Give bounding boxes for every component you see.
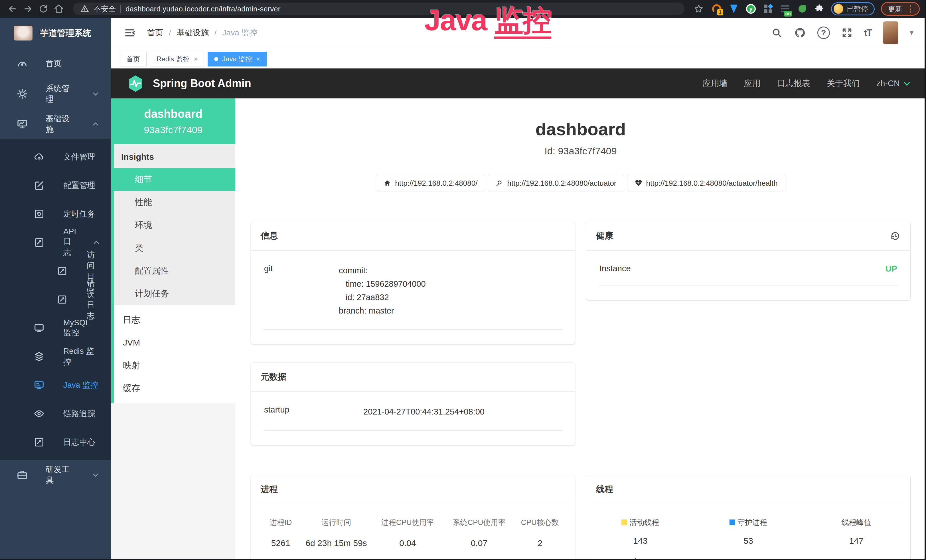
extension-leaf-icon[interactable] [797,3,808,14]
threads-card-title: 线程 [596,484,613,495]
sidebar-item-log-center[interactable]: 日志中心 [0,428,111,456]
system-cpu: 0.07 [445,538,513,548]
history-icon[interactable] [890,230,900,241]
chevron-down-icon [903,79,911,88]
browser-menu-icon[interactable]: ⋮ [906,5,915,13]
infra-submenu: 文件管理 配置管理 定时任务 API 日志 [0,139,111,460]
sba-item-logs[interactable]: 日志 [114,309,235,331]
sba-item-mappings[interactable]: 映射 [114,354,235,377]
sidebar-item-trace[interactable]: 链路追踪 [0,400,111,428]
log-edit-icon [57,266,70,276]
tab-redis-monitor[interactable]: Redis 监控 × [150,51,204,67]
sba-nav-applications[interactable]: 应用 [744,78,761,89]
sba-item-classes[interactable]: 类 [114,236,235,259]
sba-nav-about[interactable]: 关于我们 [827,78,860,89]
breadcrumb-home[interactable]: 首页 [147,27,163,38]
process-card: 进程 进程ID 运行时间 进程CPU使用率 系统CPU使用率 CPU核心数 52… [251,475,575,560]
user-avatar[interactable] [883,21,898,44]
instance-name: dashboard [111,107,235,120]
sidebar-item-error-log[interactable]: 错误日志 [0,285,111,314]
thread-stats: 活动线程 143 守护进程 53 线程峰值 147 [586,516,910,546]
threads-card: 线程 活动线程 143 守护进程 53 [586,475,910,560]
security-warning-icon[interactable] [80,5,89,13]
extension-y-icon[interactable]: y [746,3,756,14]
extension-on-icon[interactable]: on [780,3,791,14]
page-tabs: 首页 Redis 监控 × Java 监控 × [111,48,926,68]
search-icon[interactable] [771,27,782,38]
sba-nav-journal[interactable]: 日志报表 [777,78,810,89]
home-icon[interactable] [53,3,65,15]
sba-item-details[interactable]: 细节 [111,168,235,191]
sba-item-scheduled-tasks[interactable]: 计划任务 [114,282,235,305]
home-icon [384,179,391,187]
font-size-icon[interactable]: tT [864,27,872,38]
sidebar-item-java-monitor[interactable]: Java 监控 [0,371,111,400]
layers-icon [34,351,47,362]
sidebar-item-redis-monitor[interactable]: Redis 监控 [0,342,111,371]
sba-item-config-props[interactable]: 配置属性 [114,259,235,282]
extension-pin-icon[interactable] [728,3,739,14]
process-uptime: 6d 23h 15m 59s [302,538,371,548]
extension-colorzilla-icon[interactable]: 1 [711,3,722,14]
gear-icon [17,88,30,100]
sidebar-item-infra[interactable]: 基础设施 [0,109,111,139]
sidebar-item-config-manage[interactable]: 配置管理 [0,171,111,200]
service-url-button[interactable]: http://192.168.0.2:48080/ [376,175,485,191]
sba-locale-select[interactable]: zh-CN [876,79,911,88]
metadata-startup-row: startup 2021-04-27T00:44:31.254+08:00 [263,403,562,431]
actuator-url-button[interactable]: http://192.168.0.2:48080/actuator [488,175,624,191]
close-icon[interactable]: × [194,55,198,63]
help-icon[interactable]: ? [817,27,830,39]
peak-threads-stat: 线程峰值 147 [802,518,910,546]
app-logo-image [14,26,33,41]
info-card: 信息 git commit: time: 1596289704000 id: 2… [251,221,575,344]
sidebar-item-mysql-monitor[interactable]: MySQL 监控 [0,314,111,342]
daemon-threads-stat: 守护进程 53 [694,518,802,546]
monitor-icon [34,380,47,390]
close-icon[interactable]: × [256,55,260,63]
extension-grid-icon[interactable] [763,3,773,14]
reload-icon[interactable] [37,3,50,15]
tab-java-monitor[interactable]: Java 监控 × [207,51,267,67]
page-title: dashboard [235,119,926,139]
url-text[interactable]: dashboard.yudao.iocoder.cn/infra/admin-s… [126,5,280,14]
sidebar-item-system[interactable]: 系统管理 [0,79,111,109]
page-instance-id: Id: 93a3fc7f7409 [235,145,926,157]
sba-item-caches[interactable]: 缓存 [114,377,235,400]
breadcrumb-infra[interactable]: 基础设施 [177,27,209,38]
github-icon[interactable] [794,27,806,39]
collapse-sidebar-icon[interactable] [124,27,136,39]
address-bar[interactable]: 不安全 dashboard.yudao.iocoder.cn/infra/adm… [73,3,684,15]
monitor-icon [34,322,47,333]
app-sidebar: 芋道管理系统 首页 系统管理 基础设施 [0,18,111,560]
sba-item-metrics[interactable]: 性能 [114,191,235,214]
avatar-caret-icon[interactable]: ▾ [910,28,914,37]
info-card-title: 信息 [261,230,278,242]
back-icon[interactable] [6,3,19,15]
sidebar-item-file-manage[interactable]: 文件管理 [0,143,111,171]
sidebar-item-home[interactable]: 首页 [0,48,111,79]
sba-instance-header[interactable]: dashboard 93a3fc7f7409 [111,98,235,144]
forward-icon[interactable] [22,3,34,15]
tab-home[interactable]: 首页 [120,51,147,67]
heartbeat-icon [635,179,642,187]
sba-brand[interactable]: Spring Boot Admin [153,77,251,89]
extensions-puzzle-icon[interactable] [814,3,825,14]
sba-item-jvm[interactable]: JVM [114,331,235,354]
window-edge [924,0,926,560]
sba-item-environment[interactable]: 环境 [114,214,235,236]
instance-links: http://192.168.0.2:48080/ http://192.168… [235,175,926,191]
bookmark-star-icon[interactable] [692,3,705,15]
health-url-button[interactable]: http://192.168.0.2:48080/actuator/health [627,175,785,191]
paused-profile-badge[interactable]: 已暂停 [831,2,875,15]
status-badge: UP [885,264,897,274]
cloud-upload-icon [34,151,47,162]
process-card-title: 进程 [261,484,278,495]
sidebar-item-devtools[interactable]: 研发工具 [0,460,111,490]
sidebar-item-scheduled-jobs[interactable]: 定时任务 [0,200,111,228]
active-dot-icon [214,57,218,61]
job-history-icon [34,209,47,219]
fullscreen-icon[interactable] [841,27,853,38]
browser-update-button[interactable]: 更新 ⋮ [881,2,920,16]
sba-nav-wallboard[interactable]: 应用墙 [703,78,728,89]
